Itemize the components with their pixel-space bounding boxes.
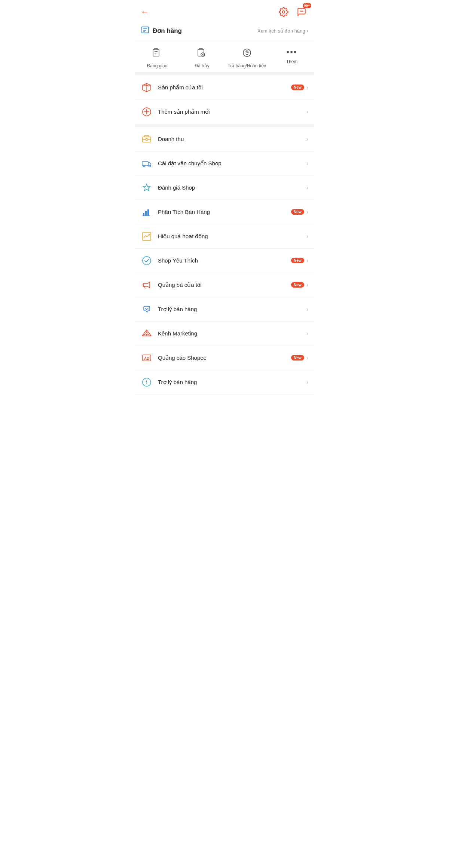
tab-them[interactable]: ••• Thêm (269, 47, 314, 69)
phan-tich-label: Phân Tích Bán Hàng (158, 209, 210, 215)
view-history-button[interactable]: Xem lịch sử đơn hàng › (257, 28, 308, 34)
quang-ba-badge: New (291, 282, 304, 288)
phan-tich-chevron: › (306, 209, 308, 215)
quang-ba-icon (141, 279, 153, 291)
tro-ly-2-chevron: › (306, 379, 308, 386)
menu-item-tro-ly-1[interactable]: Trợ lý bán hàng › (135, 297, 314, 322)
menu-item-phan-tich[interactable]: Phân Tích Bán Hàng New › (135, 200, 314, 224)
tro-ly-2-label: Trợ lý bán hàng (158, 379, 197, 386)
kenh-marketing-chevron: › (306, 330, 308, 337)
van-chuyen-icon (141, 157, 153, 169)
tab-da-huy[interactable]: Đã hủy (180, 47, 224, 69)
kenh-marketing-label: Kênh Marketing (158, 330, 197, 337)
view-history-text: Xem lịch sử đơn hàng (257, 28, 305, 34)
doanh-thu-label: Doanh thu (158, 136, 184, 142)
da-huy-icon (196, 47, 208, 61)
menu-item-danh-gia[interactable]: Đánh giá Shop › (135, 176, 314, 200)
doanh-thu-icon (141, 133, 153, 145)
san-pham-new-badge: New (291, 85, 304, 90)
svg-point-27 (149, 165, 151, 167)
tab-them-label: Thêm (286, 59, 298, 65)
dang-giao-icon (152, 47, 163, 61)
header: ← 99+ (135, 0, 314, 22)
danh-gia-chevron: › (306, 184, 308, 191)
danh-gia-label: Đánh giá Shop (158, 184, 195, 191)
tab-dang-giao[interactable]: Đang giao (135, 47, 180, 69)
svg-rect-25 (142, 162, 148, 166)
chat-button[interactable]: 99+ (295, 5, 308, 19)
quang-ba-chevron: › (306, 282, 308, 288)
van-chuyen-chevron: › (306, 160, 308, 167)
menu-item-kenh-marketing[interactable]: Kênh Marketing › (135, 322, 314, 346)
san-pham-chevron: › (306, 84, 308, 91)
hieu-qua-chevron: › (306, 233, 308, 240)
menu-item-tro-ly-2[interactable]: Trợ lý bán hàng › (135, 370, 314, 395)
menu-item-doanh-thu[interactable]: Doanh thu › (135, 127, 314, 151)
hieu-qua-label: Hiệu quả hoạt động (158, 233, 208, 240)
settings-button[interactable] (277, 5, 290, 19)
them-san-pham-chevron: › (306, 108, 308, 115)
svg-rect-29 (145, 211, 147, 216)
svg-rect-4 (142, 27, 149, 33)
shop-yeu-thich-label: Shop Yêu Thích (158, 257, 198, 264)
menu-item-san-pham-cua-toi[interactable]: Sản phẩm của tôi New › (135, 76, 314, 100)
quang-cao-icon: AD (141, 352, 153, 364)
svg-text:AD: AD (144, 356, 149, 361)
shop-yeu-thich-chevron: › (306, 257, 308, 264)
gear-icon (279, 7, 288, 17)
van-chuyen-label: Cài đặt vận chuyển Shop (158, 160, 222, 167)
order-tabs: Đang giao Đã hủy Trả hàng/Hoàn tiền (135, 41, 314, 73)
divider-1 (135, 73, 314, 76)
tab-tra-hang-label: Trả hàng/Hoàn tiền (228, 63, 266, 69)
svg-rect-8 (153, 49, 159, 56)
menu-item-hieu-qua[interactable]: Hiệu quả hoạt động › (135, 224, 314, 249)
svg-point-0 (282, 11, 285, 13)
tro-ly-1-icon (141, 303, 153, 315)
menu-group-2: Doanh thu › Cài đặt vận chuyển Shop › (135, 127, 314, 395)
svg-point-36 (146, 332, 148, 335)
tro-ly-1-label: Trợ lý bán hàng (158, 306, 197, 313)
back-button[interactable]: ← (141, 7, 149, 17)
kenh-marketing-icon (141, 328, 153, 340)
menu-group-1: Sản phẩm của tôi New › Thêm sản phẩm mới… (135, 76, 314, 124)
menu-item-shop-yeu-thich[interactable]: Shop Yêu Thích New › (135, 249, 314, 273)
them-icon: ••• (286, 47, 297, 57)
order-icon (141, 25, 150, 36)
menu-item-quang-ba[interactable]: Quảng bá của tôi New › (135, 273, 314, 297)
section-gap-1 (135, 124, 314, 127)
menu-item-quang-cao[interactable]: AD Quảng cáo Shopee New › (135, 346, 314, 370)
tab-tra-hang[interactable]: Trả hàng/Hoàn tiền (224, 47, 269, 69)
hieu-qua-icon (141, 230, 153, 242)
them-san-pham-icon (141, 106, 153, 118)
svg-rect-30 (147, 209, 149, 216)
menu-item-them-san-pham[interactable]: Thêm sản phẩm mới › (135, 100, 314, 124)
them-san-pham-label: Thêm sản phẩm mới (158, 108, 210, 115)
svg-point-44 (146, 383, 147, 384)
order-title-wrap: Đơn hàng (141, 25, 182, 36)
tro-ly-2-icon (141, 376, 153, 388)
chat-icon (297, 7, 306, 17)
quang-cao-chevron: › (306, 355, 308, 361)
tro-ly-1-chevron: › (306, 306, 308, 313)
svg-point-33 (143, 257, 151, 265)
tab-da-huy-label: Đã hủy (195, 63, 209, 69)
chat-badge: 99+ (303, 3, 311, 8)
order-title-text: Đơn hàng (153, 27, 182, 35)
svg-point-22 (146, 138, 148, 141)
quang-ba-label: Quảng bá của tôi (158, 282, 202, 288)
quang-cao-label: Quảng cáo Shopee (158, 355, 207, 361)
header-icons: 99+ (277, 5, 308, 19)
svg-point-26 (143, 165, 145, 167)
menu-item-van-chuyen[interactable]: Cài đặt vận chuyển Shop › (135, 151, 314, 176)
tra-hang-icon (241, 47, 253, 61)
quang-cao-badge: New (291, 355, 304, 361)
svg-rect-28 (143, 213, 144, 216)
san-pham-icon (141, 82, 153, 93)
phan-tich-icon (141, 206, 153, 218)
tab-dang-giao-label: Đang giao (147, 63, 168, 69)
order-header: Đơn hàng Xem lịch sử đơn hàng › (135, 22, 314, 41)
doanh-thu-chevron: › (306, 136, 308, 142)
san-pham-cua-toi-label: Sản phẩm của tôi (158, 84, 203, 91)
phan-tich-new-badge: New (291, 209, 304, 215)
shop-yeu-thich-badge: New (291, 258, 304, 263)
